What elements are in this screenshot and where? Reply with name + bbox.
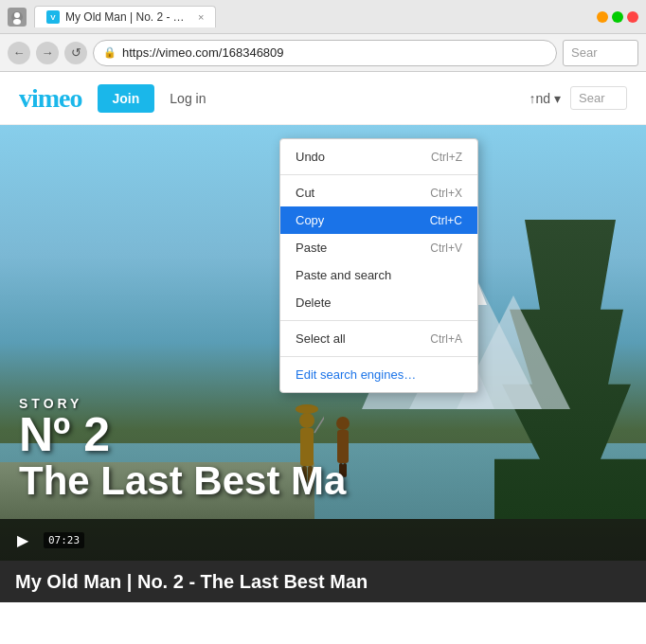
upload-menu[interactable]: ↑nd ▾ (529, 91, 561, 106)
edit-search-engines-label: Edit search engines… (296, 367, 416, 382)
page-content: vimeo Join Log in ↑nd ▾ Sear (0, 72, 646, 644)
page-title: My Old Man | No. 2 - The Last Best Man (15, 571, 368, 593)
context-menu-select-all[interactable]: Select all Ctrl+A (280, 325, 477, 352)
title-bar: V My Old Man | No. 2 - The × (0, 0, 646, 34)
tab-title: My Old Man | No. 2 - The (65, 10, 188, 24)
back-button[interactable]: ← (8, 42, 30, 64)
undo-label: Undo (296, 150, 325, 164)
time-display: 07:23 (44, 532, 84, 548)
copy-shortcut: Ctrl+C (430, 214, 462, 227)
header-right: ↑nd ▾ Sear (529, 86, 627, 110)
paste-label: Paste (296, 241, 327, 255)
vimeo-header: vimeo Join Log in ↑nd ▾ Sear (0, 72, 646, 125)
vimeo-logo: vimeo (19, 83, 82, 114)
menu-separator-3 (280, 356, 477, 357)
context-menu-undo[interactable]: Undo Ctrl+Z (280, 143, 477, 170)
minimize-button[interactable] (597, 11, 608, 23)
address-bar[interactable]: 🔒 https://vimeo.com/168346809 (93, 40, 557, 66)
browser-tab[interactable]: V My Old Man | No. 2 - The × (34, 6, 216, 27)
menu-separator-1 (280, 174, 477, 175)
cut-shortcut: Ctrl+X (430, 187, 462, 200)
context-menu-cut[interactable]: Cut Ctrl+X (280, 179, 477, 206)
join-button[interactable]: Join (98, 84, 155, 113)
tab-close-button[interactable]: × (198, 11, 204, 23)
forward-button[interactable]: → (36, 42, 59, 64)
svg-point-2 (13, 19, 21, 25)
context-menu-edit-search-engines[interactable]: Edit search engines… (280, 361, 477, 388)
context-menu-copy[interactable]: Copy Ctrl+C (280, 206, 477, 234)
copy-label: Copy (296, 213, 324, 227)
page-title-bar: My Old Man | No. 2 - The Last Best Man (0, 561, 646, 602)
search-placeholder: Sear (571, 45, 597, 60)
video-overlay-text: STORY Nº 2 The Last Best Ma (19, 396, 346, 504)
context-menu-paste-search[interactable]: Paste and search (280, 261, 477, 289)
select-all-label: Select all (296, 331, 346, 346)
tab-favicon: V (46, 10, 60, 24)
context-menu: Undo Ctrl+Z Cut Ctrl+X Copy Ctrl+C Paste… (279, 138, 478, 393)
vimeo-search-input[interactable]: Sear (570, 86, 627, 110)
lock-icon: 🔒 (103, 46, 117, 59)
vimeo-search-placeholder: Sear (579, 91, 604, 105)
maximize-button[interactable] (612, 11, 623, 23)
reload-button[interactable]: ↺ (64, 42, 87, 64)
context-menu-paste[interactable]: Paste Ctrl+V (280, 234, 477, 261)
url-text: https://vimeo.com/168346809 (122, 45, 284, 60)
story-number: Nº 2 (19, 411, 346, 458)
browser-frame: V My Old Man | No. 2 - The × ← → ↺ 🔒 htt… (0, 0, 646, 644)
play-button[interactable]: ▶ (11, 528, 34, 551)
login-link[interactable]: Log in (170, 91, 206, 106)
context-menu-delete[interactable]: Delete (280, 289, 477, 316)
paste-shortcut: Ctrl+V (430, 242, 462, 255)
navigation-bar: ← → ↺ 🔒 https://vimeo.com/168346809 Sear (0, 34, 646, 72)
delete-label: Delete (296, 295, 332, 310)
video-title: The Last Best Ma (19, 458, 346, 504)
menu-separator-2 (280, 320, 477, 321)
paste-search-label: Paste and search (296, 268, 391, 282)
browser-icon (8, 8, 27, 27)
video-controls: ▶ 07:23 (0, 519, 646, 561)
close-button[interactable] (627, 11, 638, 23)
cut-label: Cut (296, 186, 314, 200)
undo-shortcut: Ctrl+Z (431, 151, 462, 164)
svg-point-1 (14, 12, 20, 18)
select-all-shortcut: Ctrl+A (430, 332, 462, 346)
browser-search-input[interactable]: Sear (563, 40, 638, 66)
